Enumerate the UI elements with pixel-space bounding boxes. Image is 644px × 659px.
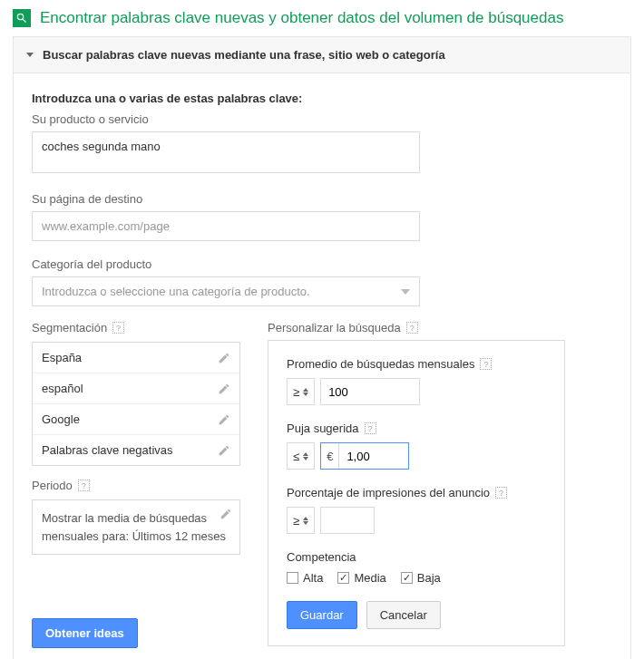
get-ideas-button[interactable]: Obtener ideas — [32, 618, 138, 648]
page-title: Encontrar palabras clave nuevas y obtene… — [40, 9, 563, 27]
checkbox-icon — [287, 572, 298, 584]
chevron-down-icon — [401, 289, 410, 295]
competition-label: Competencia — [287, 550, 356, 564]
bid-operator-select[interactable]: ≤ — [287, 442, 315, 470]
help-icon[interactable]: ? — [495, 487, 507, 499]
checkbox-icon — [337, 572, 349, 584]
customize-panel: Promedio de búsquedas mensuales ? ≥ — [268, 340, 565, 646]
landing-input[interactable] — [32, 211, 420, 241]
avg-operator-select[interactable]: ≥ — [287, 378, 315, 405]
seg-item-language[interactable]: español — [33, 373, 239, 404]
pencil-icon — [218, 383, 230, 395]
seg-item-network[interactable]: Google — [33, 404, 239, 435]
product-label: Su producto o servicio — [32, 112, 612, 126]
intro-text: Introduzca una o varias de estas palabra… — [32, 92, 612, 105]
category-select[interactable]: Introduzca o seleccione una categoría de… — [32, 276, 420, 306]
help-icon[interactable]: ? — [406, 322, 418, 334]
category-label: Categoría del producto — [32, 257, 612, 271]
bid-label: Puja sugerida — [287, 422, 359, 435]
pencil-icon — [218, 352, 230, 364]
segmentation-box: España español Google Palabras clave neg… — [32, 342, 240, 466]
save-button[interactable]: Guardar — [287, 601, 357, 629]
comp-media-checkbox[interactable]: Media — [337, 571, 385, 585]
pencil-icon — [218, 444, 230, 457]
period-box: Mostrar la media de búsquedas mensuales … — [32, 499, 240, 555]
seg-item-location[interactable]: España — [33, 343, 239, 373]
cancel-button[interactable]: Cancelar — [366, 601, 441, 629]
checkbox-icon — [401, 572, 413, 584]
comp-baja-checkbox[interactable]: Baja — [401, 571, 441, 585]
customize-label: Personalizar la búsqueda — [268, 321, 401, 334]
help-icon[interactable]: ? — [112, 322, 124, 334]
currency-symbol: € — [321, 443, 339, 469]
landing-label: Su página de destino — [32, 192, 612, 206]
impression-label: Porcentaje de impresiones del anuncio — [287, 486, 490, 499]
pencil-icon — [218, 413, 230, 426]
period-text: Mostrar la media de búsquedas mensuales … — [42, 511, 226, 543]
bid-value-input-wrap: € — [320, 442, 409, 470]
product-input[interactable] — [32, 131, 420, 173]
accordion-panel: Buscar palabras clave nuevas mediante un… — [13, 36, 631, 659]
avg-search-label: Promedio de búsquedas mensuales — [287, 357, 474, 371]
accordion-title: Buscar palabras clave nuevas mediante un… — [43, 48, 445, 62]
search-icon — [13, 9, 31, 27]
pencil-icon — [220, 508, 232, 520]
caret-down-icon — [26, 53, 34, 57]
help-icon[interactable]: ? — [365, 422, 376, 434]
segmentation-label: Segmentación — [32, 321, 107, 334]
category-placeholder: Introduzca o seleccione una categoría de… — [42, 285, 310, 298]
accordion-toggle[interactable]: Buscar palabras clave nuevas mediante un… — [14, 37, 630, 73]
help-icon[interactable]: ? — [480, 358, 492, 370]
comp-alta-checkbox[interactable]: Alta — [287, 571, 323, 585]
avg-value-input[interactable] — [320, 378, 420, 405]
period-edit[interactable] — [220, 508, 232, 526]
imp-value-input[interactable] — [320, 507, 375, 534]
seg-item-negative[interactable]: Palabras clave negativas — [33, 435, 239, 465]
imp-operator-select[interactable]: ≥ — [287, 507, 315, 534]
help-icon[interactable]: ? — [78, 480, 90, 491]
period-label: Periodo — [32, 479, 73, 492]
bid-value-input[interactable] — [339, 444, 408, 469]
